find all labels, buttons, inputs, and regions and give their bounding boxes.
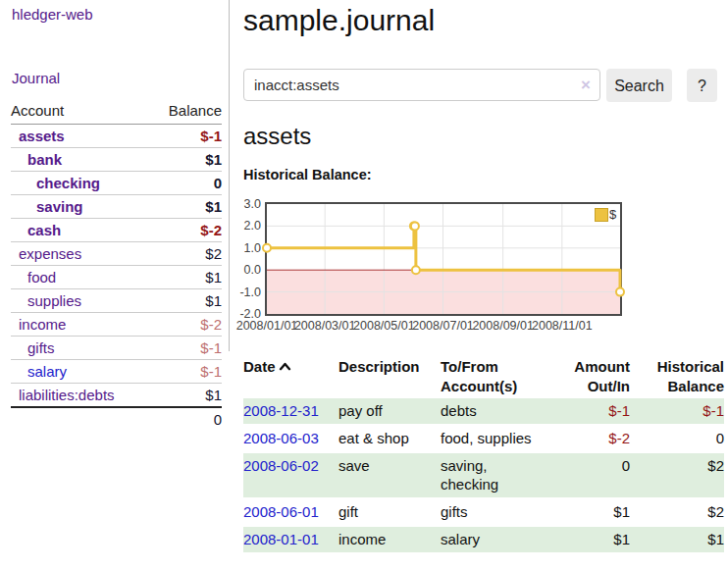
search-input[interactable] (244, 70, 599, 100)
transaction-row[interactable]: 2008-06-02savesaving, checking0$2 (243, 452, 724, 498)
transaction-date-link[interactable]: 2008-01-01 (243, 531, 319, 547)
account-link[interactable]: cash (11, 222, 61, 238)
transaction-description: income (338, 526, 441, 553)
x-axis-tick-label: 2008/09/01 (472, 319, 534, 333)
account-row: supplies$1 (11, 289, 222, 313)
account-row: checking0 (11, 172, 222, 195)
y-axis-tick-label: 0.0 (226, 263, 261, 278)
x-axis-tick-label: 2008/07/01 (412, 319, 474, 333)
transaction-amount: $1 (559, 526, 630, 553)
amount-column-header: Amount Out/In (559, 355, 630, 398)
accounts-table-header: Account Balance (11, 98, 222, 125)
account-column-header: Account (11, 98, 150, 125)
main-content: sample.journal × Search ? assets Histori… (243, 0, 724, 571)
legend-swatch (595, 208, 608, 222)
transaction-date-link[interactable]: 2008-06-02 (243, 457, 319, 474)
accounts-table: Account Balance assets$-1bank$1checking0… (11, 98, 222, 431)
balance-column-header-txn: Historical Balance (630, 355, 724, 398)
transaction-balance: $2 (630, 452, 724, 498)
account-balance: $1 (150, 195, 222, 219)
account-balance: $1 (150, 289, 222, 313)
balance-column-header: Balance (150, 98, 222, 125)
transaction-accounts: food, supplies (441, 425, 559, 452)
search-box: × (243, 69, 600, 101)
transaction-accounts: gifts (441, 498, 559, 526)
y-axis-tick-label: 3.0 (226, 197, 261, 212)
transaction-row[interactable]: 2008-01-01incomesalary$1$1 (243, 526, 724, 553)
transactions-table-body: 2008-12-31pay offdebts$-1$-12008-06-03ea… (243, 398, 724, 553)
transaction-description: eat & shop (338, 425, 441, 452)
account-row: liabilities:debts$1 (11, 384, 222, 408)
chart-plot (265, 202, 622, 316)
account-link[interactable]: saving (11, 198, 83, 215)
account-row: expenses$2 (11, 242, 222, 266)
account-link[interactable]: checking (11, 175, 100, 191)
account-balance: $1 (150, 266, 222, 289)
y-axis-tick-label: 1.0 (226, 241, 261, 256)
account-heading: assets (243, 123, 311, 150)
transaction-date-link[interactable]: 2008-06-03 (243, 430, 319, 446)
accounts-column-header: To/From Account(s) (441, 355, 559, 398)
account-link[interactable]: bank (11, 151, 62, 168)
transaction-row[interactable]: 2008-12-31pay offdebts$-1$-1 (243, 398, 724, 425)
account-link[interactable]: liabilities:debts (11, 387, 115, 403)
historical-balance-chart: $ 3.02.01.00.0-1.0-2.02008/01/012008/03/… (243, 202, 724, 339)
search-form: × Search ? (243, 69, 724, 102)
transaction-balance: $1 (630, 526, 724, 553)
chart-legend: $ (595, 207, 616, 222)
transaction-amount: $1 (559, 498, 630, 526)
sidebar-item-journal[interactable]: Journal (12, 70, 60, 86)
transaction-amount: $-1 (559, 398, 630, 425)
transaction-row[interactable]: 2008-06-01giftgifts$1$2 (243, 498, 724, 526)
account-balance: 0 (150, 172, 222, 195)
account-balance: $-1 (150, 360, 222, 384)
account-balance: $1 (150, 148, 222, 172)
search-button[interactable]: Search (606, 69, 672, 102)
x-axis-tick-label: 2008/01/01 (236, 319, 298, 333)
account-row: gifts$-1 (11, 337, 222, 360)
page-title: sample.journal (243, 4, 435, 37)
accounts-total-spacer (11, 407, 150, 431)
legend-label: $ (609, 207, 616, 222)
date-column-header[interactable]: Date (243, 355, 338, 398)
x-axis-tick-label: 2008/11/01 (532, 319, 593, 333)
transaction-date-link[interactable]: 2008-12-31 (243, 402, 319, 419)
account-balance: $-2 (150, 313, 222, 337)
transaction-description: gift (338, 498, 441, 526)
account-row: cash$-2 (11, 219, 222, 242)
clear-search-icon[interactable]: × (581, 76, 591, 95)
account-row: saving$1 (11, 195, 222, 219)
accounts-total-row: 0 (11, 407, 222, 431)
accounts-table-body: assets$-1bank$1checking0saving$1cash$-2e… (11, 125, 222, 408)
account-link[interactable]: gifts (11, 339, 55, 356)
description-column-header: Description (338, 355, 441, 398)
account-balance: $1 (150, 384, 222, 408)
transaction-date-link[interactable]: 2008-06-01 (243, 503, 319, 520)
transactions-header-row: Date Description To/From Account(s) Amou… (243, 355, 724, 398)
account-row: food$1 (11, 266, 222, 289)
account-row: bank$1 (11, 148, 222, 172)
transaction-amount: $-2 (559, 425, 630, 452)
transaction-balance: 0 (630, 425, 724, 452)
account-link[interactable]: expenses (11, 245, 81, 262)
transaction-accounts: debts (441, 398, 559, 425)
transaction-description: save (338, 452, 441, 498)
x-axis-tick-label: 2008/05/01 (353, 319, 415, 333)
account-row: assets$-1 (11, 125, 222, 148)
account-link[interactable]: supplies (11, 292, 81, 309)
help-button[interactable]: ? (687, 69, 717, 102)
transaction-row[interactable]: 2008-06-03eat & shopfood, supplies$-20 (243, 425, 724, 452)
account-link[interactable]: food (11, 269, 56, 286)
account-link[interactable]: assets (11, 128, 65, 144)
sidebar: hledger-web Journal Account Balance asse… (0, 0, 229, 571)
account-link[interactable]: income (11, 316, 66, 333)
app-title-link[interactable]: hledger-web (12, 6, 93, 23)
transaction-balance: $-1 (630, 398, 724, 425)
account-row: salary$-1 (11, 360, 222, 384)
account-link[interactable]: salary (11, 363, 67, 380)
transaction-accounts: saving, checking (441, 452, 559, 498)
chart-heading: Historical Balance: (243, 167, 372, 182)
account-balance: $-1 (150, 337, 222, 360)
account-balance: $-2 (150, 219, 222, 242)
chart-canvas (267, 204, 620, 314)
